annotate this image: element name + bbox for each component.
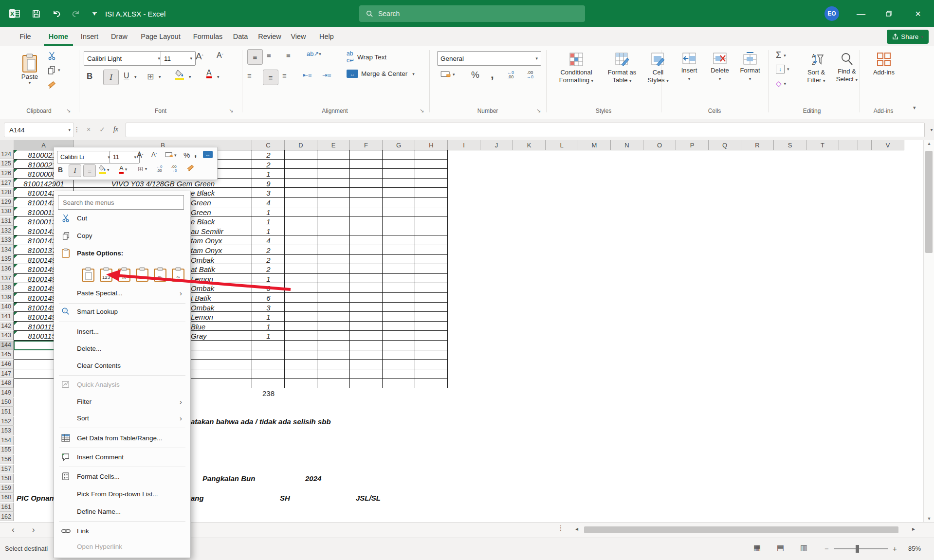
grid-cell[interactable] xyxy=(285,274,317,284)
grid-cell[interactable] xyxy=(317,235,350,245)
row-header-141[interactable]: 141 xyxy=(0,312,14,321)
row-header-154[interactable]: 154 xyxy=(0,436,14,445)
grid-cell[interactable] xyxy=(415,226,448,236)
column-header-q[interactable]: Q xyxy=(709,140,741,150)
column-header-v[interactable]: V xyxy=(872,140,904,150)
cell-b130[interactable]: Green xyxy=(191,208,211,217)
font-color-dropdown[interactable]: ▾ xyxy=(217,74,220,79)
grid-cell[interactable] xyxy=(415,160,448,169)
scroll-down-icon[interactable]: ▼ xyxy=(924,516,934,521)
align-left-button[interactable]: ≡ xyxy=(247,72,252,80)
cell-b139[interactable]: t Batik xyxy=(191,294,211,302)
grid-cell[interactable] xyxy=(383,217,415,226)
grid-cell[interactable] xyxy=(285,226,317,236)
menu-item-smart-lookup[interactable]: iSmart Lookup xyxy=(55,304,189,319)
menu-item-format-cells[interactable]: Format Cells... xyxy=(55,469,189,484)
tab-review[interactable]: Review xyxy=(254,27,285,46)
grid-cell[interactable] xyxy=(285,150,317,160)
zoom-percent[interactable]: 85% xyxy=(908,545,921,552)
copy-icon[interactable]: ▾ xyxy=(47,66,60,74)
grid-cell[interactable] xyxy=(415,369,448,379)
grid-cell[interactable] xyxy=(252,350,285,360)
menu-item-pick-from-drop-down-list[interactable]: Pick From Drop-down List... xyxy=(55,486,189,502)
cell-c136[interactable]: 2 xyxy=(252,265,285,273)
grid-cell[interactable] xyxy=(350,331,383,341)
grid-cell[interactable] xyxy=(317,160,350,169)
grid-cell[interactable] xyxy=(285,341,317,350)
sort-filter-button[interactable]: AZ Sort & Filter ▾ xyxy=(802,52,830,85)
grid-cell[interactable] xyxy=(350,312,383,322)
grid-cell[interactable] xyxy=(415,255,448,265)
row-header-162[interactable]: 162 xyxy=(0,512,14,522)
cell-b134[interactable]: tam Onyx xyxy=(191,246,222,254)
grid-cell[interactable] xyxy=(317,341,350,350)
zoom-slider-handle[interactable] xyxy=(856,545,859,553)
mini-bold-button[interactable]: B xyxy=(58,166,63,174)
grid-cell[interactable] xyxy=(317,331,350,341)
row-header-151[interactable]: 151 xyxy=(0,407,14,416)
row-header-160[interactable]: 160 xyxy=(0,493,14,503)
sheet-prev-icon[interactable]: ‹ xyxy=(12,525,15,535)
grid-cell[interactable] xyxy=(350,369,383,379)
grid-cell[interactable] xyxy=(383,226,415,236)
row-header-135[interactable]: 135 xyxy=(0,255,14,264)
row-header-133[interactable]: 133 xyxy=(0,235,14,245)
grid-cell[interactable] xyxy=(252,379,285,388)
grid-cell[interactable] xyxy=(415,350,448,360)
grid-cell[interactable] xyxy=(383,379,415,388)
cell-c142[interactable]: 1 xyxy=(252,323,285,331)
bottom-align-button[interactable]: ≡ xyxy=(286,51,291,59)
grid-cell[interactable] xyxy=(415,235,448,245)
format-as-table-button[interactable]: Format as Table ▾ xyxy=(603,52,641,85)
grid-cell[interactable] xyxy=(383,360,415,369)
cut-icon[interactable] xyxy=(47,51,56,60)
paste-values-button[interactable]: 123 xyxy=(99,267,113,282)
mini-shrink-font-icon[interactable]: Aˇ xyxy=(151,151,157,158)
grid-cell[interactable] xyxy=(415,264,448,274)
zoom-in-icon[interactable]: + xyxy=(893,544,897,553)
cell-c134[interactable]: 2 xyxy=(252,246,285,254)
paste-link-button[interactable]: ∞ xyxy=(171,267,185,282)
tab-page-layout[interactable]: Page Layout xyxy=(134,27,187,46)
clear-icon[interactable]: ◇▾ xyxy=(776,79,786,88)
grid-cell[interactable] xyxy=(415,303,448,312)
grid-cell[interactable] xyxy=(285,283,317,293)
grid-cell[interactable] xyxy=(350,255,383,265)
grid-cell[interactable] xyxy=(317,283,350,293)
redo-icon[interactable] xyxy=(69,7,83,20)
row-header-131[interactable]: 131 xyxy=(0,217,14,226)
cell-b131[interactable]: e Black xyxy=(191,217,215,226)
grid-cell[interactable] xyxy=(350,150,383,160)
menu-item-cut[interactable]: Cut xyxy=(55,210,189,226)
top-align-button-active[interactable]: ≡ xyxy=(247,49,263,65)
font-name-select[interactable]: Calibri Light▾ xyxy=(84,51,164,66)
grid-cell[interactable] xyxy=(415,283,448,293)
font-dialog-launcher[interactable]: ↘ xyxy=(229,108,233,114)
grid-cell[interactable] xyxy=(415,274,448,284)
grid-cell[interactable] xyxy=(350,217,383,226)
grid-cell[interactable] xyxy=(285,235,317,245)
mini-align-button-active[interactable]: ≡ xyxy=(83,164,96,177)
grid-cell[interactable] xyxy=(317,264,350,274)
mini-decrease-decimal-icon[interactable]: .00→0 xyxy=(171,165,177,173)
number-format-select[interactable]: General▾ xyxy=(437,51,541,66)
grid-cell[interactable] xyxy=(285,188,317,198)
grid-cell[interactable] xyxy=(383,303,415,312)
font-size-select[interactable]: 11▾ xyxy=(161,51,196,66)
mini-accounting-icon[interactable]: ▾ xyxy=(165,152,177,158)
grid-cell[interactable] xyxy=(317,179,350,188)
grid-cell[interactable] xyxy=(383,264,415,274)
cell-c140[interactable]: 3 xyxy=(252,304,285,312)
grid-cell[interactable] xyxy=(252,360,285,369)
grid-cell[interactable] xyxy=(252,341,285,350)
grid-cell[interactable] xyxy=(317,150,350,160)
grid-cell[interactable] xyxy=(383,188,415,198)
vscroll-thumb[interactable] xyxy=(925,151,933,253)
menu-item-clear-contents[interactable]: Clear Contents xyxy=(55,358,189,373)
grid-cell[interactable] xyxy=(317,198,350,207)
decrease-decimal-icon[interactable]: .00→0 xyxy=(527,71,533,79)
grid-cell[interactable] xyxy=(285,331,317,341)
underline-button[interactable]: U xyxy=(124,72,129,80)
row-header-137[interactable]: 137 xyxy=(0,274,14,283)
tab-help[interactable]: Help xyxy=(312,27,341,46)
